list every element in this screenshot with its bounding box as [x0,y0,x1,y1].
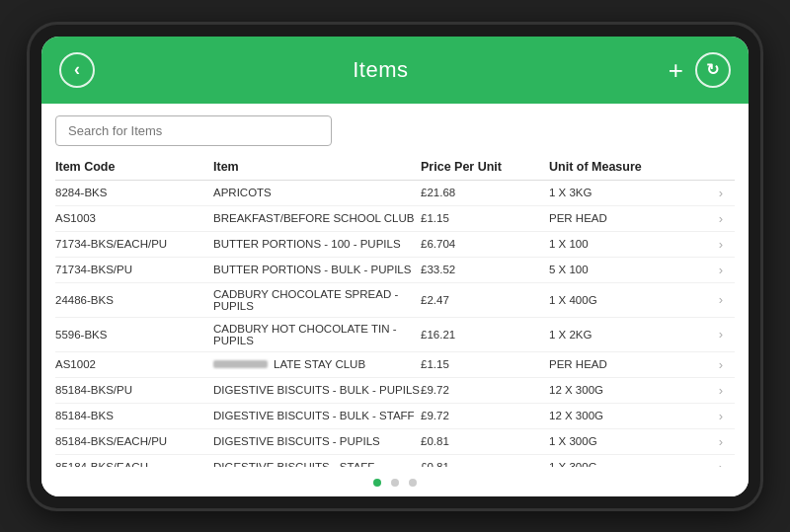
cell-uom: 5 X 100 [549,264,707,275]
table-row[interactable]: AS1002 LATE STAY CLUB £1.15 PER HEAD › [55,352,735,378]
add-icon: + [669,55,683,85]
table-row[interactable]: AS1003 BREAKFAST/BEFORE SCHOOL CLUB £1.1… [55,206,735,232]
table-row[interactable]: 85184-BKS DIGESTIVE BISCUITS - BULK - ST… [55,404,735,429]
table-row[interactable]: 85184-BKS/PU DIGESTIVE BISCUITS - BULK -… [55,378,735,404]
cell-uom: PER HEAD [549,358,707,370]
row-chevron-icon: › [707,434,735,449]
cell-code: 24486-BKS [55,294,213,306]
table-row[interactable]: 85184-BKS/EACH DIGESTIVE BISCUITS - STAF… [55,455,735,467]
cell-code: 71734-BKS/PU [55,264,213,275]
cell-item: DIGESTIVE BISCUITS - BULK - STAFF [213,410,421,421]
cell-price: £1.15 [421,212,549,224]
table-row[interactable]: 24486-BKS CADBURY CHOCOLATE SPREAD - PUP… [55,283,735,318]
cell-item: BUTTER PORTIONS - BULK - PUPILS [213,264,421,275]
main-content: Item Code Item Price Per Unit Unit of Me… [41,104,749,496]
cell-uom: 12 X 300G [549,384,707,396]
refresh-button[interactable]: ↻ [695,52,731,88]
cell-uom: 12 X 300G [549,410,707,421]
cell-item: LATE STAY CLUB [213,358,421,370]
items-table: Item Code Item Price Per Unit Unit of Me… [55,156,735,467]
cell-item: BUTTER PORTIONS - 100 - PUPILS [213,238,421,250]
cell-code: 71734-BKS/EACH/PU [55,238,213,250]
cell-code: 85184-BKS/EACH/PU [55,435,213,447]
table-row[interactable]: 85184-BKS/EACH/PU DIGESTIVE BISCUITS - P… [55,429,735,455]
cell-code: 8284-BKS [55,187,213,198]
cell-price: £16.21 [421,329,549,341]
row-chevron-icon: › [707,383,735,398]
cell-price: £6.704 [421,238,549,250]
row-chevron-icon: › [707,263,735,277]
back-button[interactable]: ‹ [59,52,95,88]
app-header: ‹ Items + ↻ [41,37,749,104]
cell-price: £21.68 [421,187,549,198]
cell-uom: 1 X 3KG [549,187,707,198]
cell-uom: 1 X 400G [549,294,707,306]
col-item: Item [213,160,421,174]
dot-1 [373,479,381,487]
cell-uom: 1 X 100 [549,238,707,250]
cell-code: AS1002 [55,358,213,370]
cell-uom: 1 X 2KG [549,329,707,341]
col-uom: Unit of Measure [549,160,707,174]
page-title: Items [353,57,408,83]
blurred-text [213,360,268,368]
cell-price: £9.72 [421,410,549,421]
add-button[interactable]: + [667,55,685,85]
cell-item: CADBURY HOT CHOCOLATE TIN - PUPILS [213,323,421,346]
cell-price: £1.15 [421,358,549,370]
col-chevron [707,160,735,174]
cell-item: DIGESTIVE BISCUITS - PUPILS [213,435,421,447]
table-header: Item Code Item Price Per Unit Unit of Me… [55,156,735,181]
refresh-icon: ↻ [706,60,719,79]
cell-code: 85184-BKS/PU [55,384,213,396]
row-chevron-icon: › [707,237,735,252]
cell-price: £33.52 [421,264,549,275]
cell-item: DIGESTIVE BISCUITS - BULK - PUPILS [213,384,421,396]
row-chevron-icon: › [707,211,735,226]
search-input[interactable] [55,115,332,146]
tablet-frame: ‹ Items + ↻ Item Code Item Price Per Uni… [30,25,760,508]
row-chevron-icon: › [707,357,735,372]
table-row[interactable]: 8284-BKS APRICOTS £21.68 1 X 3KG › [55,181,735,206]
cell-uom: PER HEAD [549,212,707,224]
table-body[interactable]: 8284-BKS APRICOTS £21.68 1 X 3KG › AS100… [55,181,735,467]
cell-uom: 1 X 300G [549,435,707,447]
row-chevron-icon: › [707,327,735,342]
dot-3 [409,479,417,487]
cell-code: 85184-BKS [55,410,213,421]
cell-item: BREAKFAST/BEFORE SCHOOL CLUB [213,212,421,224]
header-actions: + ↻ [667,52,731,88]
dot-2 [391,479,399,487]
table-row[interactable]: 71734-BKS/EACH/PU BUTTER PORTIONS - 100 … [55,232,735,258]
row-chevron-icon: › [707,186,735,200]
table-row[interactable]: 5596-BKS CADBURY HOT CHOCOLATE TIN - PUP… [55,318,735,352]
col-price: Price Per Unit [421,160,549,174]
table-row[interactable]: 71734-BKS/PU BUTTER PORTIONS - BULK - PU… [55,258,735,283]
cell-code: 5596-BKS [55,329,213,341]
screen: ‹ Items + ↻ Item Code Item Price Per Uni… [41,37,749,496]
cell-price: £0.81 [421,435,549,447]
back-icon: ‹ [74,59,80,80]
row-chevron-icon: › [707,460,735,467]
cell-item: APRICOTS [213,187,421,198]
cell-price: £9.72 [421,384,549,396]
row-chevron-icon: › [707,292,735,307]
page-indicator [55,467,735,496]
col-item-code: Item Code [55,160,213,174]
cell-item: CADBURY CHOCOLATE SPREAD - PUPILS [213,288,421,312]
row-chevron-icon: › [707,409,735,423]
cell-price: £2.47 [421,294,549,306]
cell-code: AS1003 [55,212,213,224]
